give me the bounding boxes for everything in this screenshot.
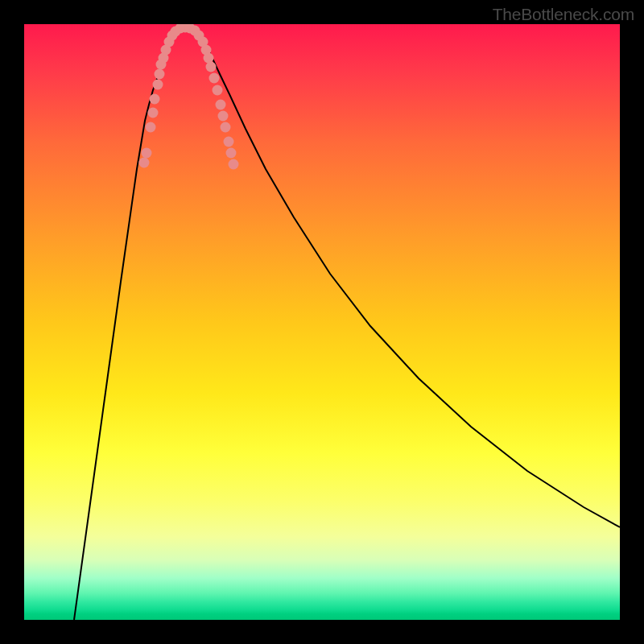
curves-layer: [24, 24, 620, 620]
data-dot: [209, 73, 220, 84]
data-dot: [139, 158, 150, 168]
data-dot: [216, 100, 226, 110]
plot-area: [24, 24, 620, 620]
data-dot: [146, 122, 156, 133]
watermark-text: TheBottleneck.com: [493, 5, 634, 24]
data-dot: [229, 159, 239, 170]
data-dot: [153, 80, 163, 90]
data-dot: [224, 137, 234, 147]
data-dot: [204, 53, 214, 64]
data-dot: [218, 111, 229, 122]
data-dot: [213, 85, 223, 96]
data-dot: [155, 69, 165, 80]
data-dot: [150, 94, 160, 105]
data-dot: [226, 148, 237, 159]
chart-canvas: TheBottleneck.com: [0, 0, 644, 644]
data-dot: [221, 122, 231, 133]
data-dots: [139, 24, 239, 170]
data-dot: [148, 108, 159, 118]
data-dot: [206, 62, 217, 72]
data-dot: [142, 148, 152, 159]
curve-right: [193, 28, 620, 527]
curve-left: [74, 28, 177, 620]
